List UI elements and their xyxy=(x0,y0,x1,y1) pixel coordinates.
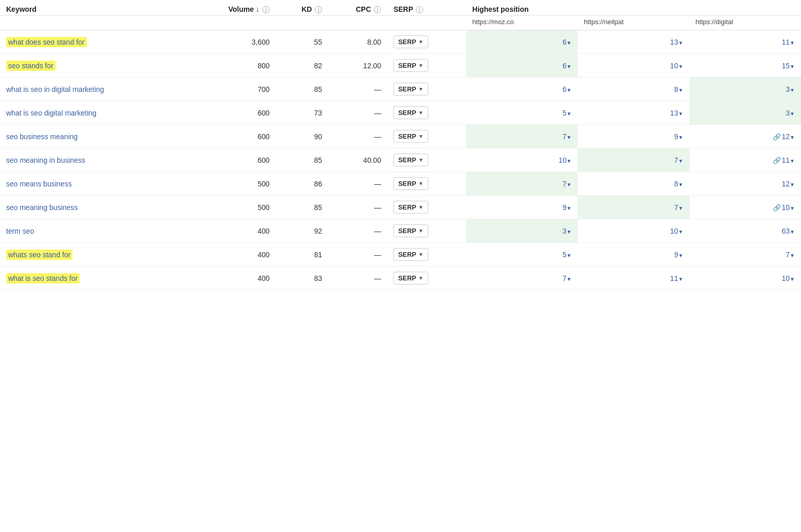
serp-info-icon[interactable]: i xyxy=(416,6,423,13)
position-cell-3[interactable]: 11▼ xyxy=(690,30,801,54)
position-dropdown-arrow[interactable]: ▼ xyxy=(790,87,795,93)
keyword-cell[interactable]: what is seo digital marketing xyxy=(0,101,197,125)
position-dropdown-arrow[interactable]: ▼ xyxy=(566,229,571,235)
position-dropdown-arrow[interactable]: ▼ xyxy=(790,276,795,282)
position-dropdown-arrow[interactable]: ▼ xyxy=(678,135,683,140)
serp-button[interactable]: SERP ▼ xyxy=(393,35,428,48)
position-cell-1[interactable]: 7▼ xyxy=(466,125,578,148)
position-dropdown-arrow[interactable]: ▼ xyxy=(566,276,571,282)
position-dropdown-arrow[interactable]: ▼ xyxy=(790,158,795,164)
position-cell-2[interactable]: 10▼ xyxy=(578,219,689,243)
position-cell-2[interactable]: 10▼ xyxy=(578,54,689,78)
position-cell-3[interactable]: 12▼ xyxy=(690,172,801,196)
position-dropdown-arrow[interactable]: ▼ xyxy=(566,253,571,258)
position-cell-1[interactable]: 6▼ xyxy=(466,30,578,54)
position-cell-1[interactable]: 10▼ xyxy=(466,148,578,172)
position-dropdown-arrow[interactable]: ▼ xyxy=(790,64,795,69)
position-dropdown-arrow[interactable]: ▼ xyxy=(790,111,795,117)
position-cell-1[interactable]: 6▼ xyxy=(466,78,578,101)
keyword-cell[interactable]: whats seo stand for xyxy=(0,243,197,267)
position-dropdown-arrow[interactable]: ▼ xyxy=(566,111,571,117)
position-dropdown-arrow[interactable]: ▼ xyxy=(566,205,571,211)
serp-button[interactable]: SERP ▼ xyxy=(393,83,428,96)
serp-button[interactable]: SERP ▼ xyxy=(393,201,428,214)
position-cell-3[interactable]: 3▼ xyxy=(690,78,801,101)
col-header-kd[interactable]: KD i xyxy=(276,0,328,16)
serp-cell[interactable]: SERP ▼ xyxy=(387,243,466,267)
position-dropdown-arrow[interactable]: ▼ xyxy=(566,64,571,69)
keyword-cell[interactable]: seo means business xyxy=(0,172,197,196)
serp-button[interactable]: SERP ▼ xyxy=(393,130,428,143)
position-cell-2[interactable]: 9▼ xyxy=(578,125,689,148)
position-cell-2[interactable]: 9▼ xyxy=(578,243,689,267)
position-cell-1[interactable]: 5▼ xyxy=(466,243,578,267)
position-cell-1[interactable]: 7▼ xyxy=(466,172,578,196)
position-dropdown-arrow[interactable]: ▼ xyxy=(678,111,683,117)
serp-button[interactable]: SERP ▼ xyxy=(393,59,428,72)
position-cell-2[interactable]: 13▼ xyxy=(578,30,689,54)
position-cell-2[interactable]: 13▼ xyxy=(578,101,689,125)
serp-button[interactable]: SERP ▼ xyxy=(393,272,428,284)
position-cell-3[interactable]: 🔗12▼ xyxy=(690,125,801,148)
position-dropdown-arrow[interactable]: ▼ xyxy=(790,40,795,46)
position-dropdown-arrow[interactable]: ▼ xyxy=(678,158,683,164)
position-cell-3[interactable]: 3▼ xyxy=(690,101,801,125)
position-cell-2[interactable]: 8▼ xyxy=(578,78,689,101)
serp-cell[interactable]: SERP ▼ xyxy=(387,148,466,172)
col-header-cpc[interactable]: CPC i xyxy=(328,0,387,16)
keyword-cell[interactable]: what is seo stands for xyxy=(0,267,197,290)
position-dropdown-arrow[interactable]: ▼ xyxy=(790,229,795,235)
serp-cell[interactable]: SERP ▼ xyxy=(387,30,466,54)
keyword-cell[interactable]: term seo xyxy=(0,219,197,243)
position-cell-1[interactable]: 6▼ xyxy=(466,54,578,78)
keyword-cell[interactable]: what is seo in digital marketing xyxy=(0,78,197,101)
position-dropdown-arrow[interactable]: ▼ xyxy=(678,205,683,211)
serp-cell[interactable]: SERP ▼ xyxy=(387,219,466,243)
position-cell-1[interactable]: 7▼ xyxy=(466,267,578,290)
position-dropdown-arrow[interactable]: ▼ xyxy=(678,253,683,258)
keyword-cell[interactable]: seo stands for xyxy=(0,54,197,78)
position-dropdown-arrow[interactable]: ▼ xyxy=(678,229,683,235)
keyword-cell[interactable]: what does seo stand for xyxy=(0,30,197,54)
position-cell-3[interactable]: 15▼ xyxy=(690,54,801,78)
position-dropdown-arrow[interactable]: ▼ xyxy=(678,64,683,69)
col-header-serp[interactable]: SERP i xyxy=(387,0,466,16)
position-dropdown-arrow[interactable]: ▼ xyxy=(678,87,683,93)
position-dropdown-arrow[interactable]: ▼ xyxy=(566,87,571,93)
position-cell-2[interactable]: 11▼ xyxy=(578,267,689,290)
position-cell-3[interactable]: 10▼ xyxy=(690,267,801,290)
serp-cell[interactable]: SERP ▼ xyxy=(387,267,466,290)
position-dropdown-arrow[interactable]: ▼ xyxy=(790,182,795,187)
col-header-volume[interactable]: Volume ↓ i xyxy=(197,0,276,16)
keyword-cell[interactable]: seo meaning business xyxy=(0,196,197,219)
position-cell-2[interactable]: 8▼ xyxy=(578,172,689,196)
serp-cell[interactable]: SERP ▼ xyxy=(387,125,466,148)
serp-button[interactable]: SERP ▼ xyxy=(393,177,428,190)
serp-cell[interactable]: SERP ▼ xyxy=(387,54,466,78)
serp-cell[interactable]: SERP ▼ xyxy=(387,78,466,101)
volume-info-icon[interactable]: i xyxy=(262,6,270,13)
cpc-info-icon[interactable]: i xyxy=(374,6,381,13)
position-dropdown-arrow[interactable]: ▼ xyxy=(566,158,571,164)
position-cell-1[interactable]: 5▼ xyxy=(466,101,578,125)
position-dropdown-arrow[interactable]: ▼ xyxy=(678,182,683,187)
serp-cell[interactable]: SERP ▼ xyxy=(387,101,466,125)
position-dropdown-arrow[interactable]: ▼ xyxy=(790,135,795,140)
keyword-cell[interactable]: seo business meaning xyxy=(0,125,197,148)
position-cell-3[interactable]: 🔗11▼ xyxy=(690,148,801,172)
position-cell-2[interactable]: 7▼ xyxy=(578,148,689,172)
position-cell-1[interactable]: 3▼ xyxy=(466,219,578,243)
position-cell-3[interactable]: 63▼ xyxy=(690,219,801,243)
serp-button[interactable]: SERP ▼ xyxy=(393,154,428,166)
position-dropdown-arrow[interactable]: ▼ xyxy=(566,182,571,187)
position-cell-1[interactable]: 9▼ xyxy=(466,196,578,219)
kd-info-icon[interactable]: i xyxy=(315,6,322,13)
serp-button[interactable]: SERP ▼ xyxy=(393,224,428,237)
serp-button[interactable]: SERP ▼ xyxy=(393,106,428,119)
serp-cell[interactable]: SERP ▼ xyxy=(387,196,466,219)
position-dropdown-arrow[interactable]: ▼ xyxy=(566,135,571,140)
position-dropdown-arrow[interactable]: ▼ xyxy=(790,253,795,258)
position-dropdown-arrow[interactable]: ▼ xyxy=(678,40,683,46)
keyword-cell[interactable]: seo meaning in business xyxy=(0,148,197,172)
position-dropdown-arrow[interactable]: ▼ xyxy=(678,276,683,282)
